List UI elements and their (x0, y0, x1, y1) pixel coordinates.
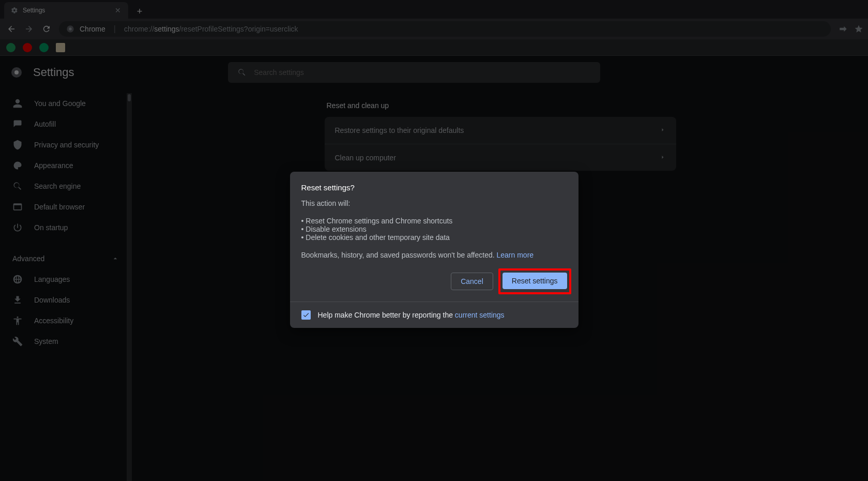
highlight-annotation: Reset settings (498, 268, 571, 294)
footer-text: Help make Chrome better by reporting the… (318, 311, 505, 319)
report-checkbox[interactable] (301, 310, 311, 320)
dialog-subtitle: This action will: (301, 199, 567, 207)
check-icon (302, 311, 310, 319)
current-settings-link[interactable]: current settings (455, 311, 505, 319)
cancel-button[interactable]: Cancel (451, 273, 493, 290)
reset-settings-button[interactable]: Reset settings (502, 273, 567, 289)
bullet-item: Disable extensions (301, 225, 567, 233)
reset-settings-dialog: Reset settings? This action will: Reset … (290, 172, 578, 328)
learn-more-link[interactable]: Learn more (497, 251, 534, 259)
dialog-footer: Help make Chrome better by reporting the… (290, 302, 578, 328)
dialog-note: Bookmarks, history, and saved passwords … (301, 251, 567, 259)
dialog-actions: Cancel Reset settings (301, 273, 567, 290)
bullet-item: Delete cookies and other temporary site … (301, 233, 567, 242)
dialog-title: Reset settings? (301, 183, 567, 192)
dialog-bullet-list: Reset Chrome settings and Chrome shortcu… (301, 217, 567, 242)
bullet-item: Reset Chrome settings and Chrome shortcu… (301, 217, 567, 225)
modal-overlay: Reset settings? This action will: Reset … (0, 0, 868, 481)
